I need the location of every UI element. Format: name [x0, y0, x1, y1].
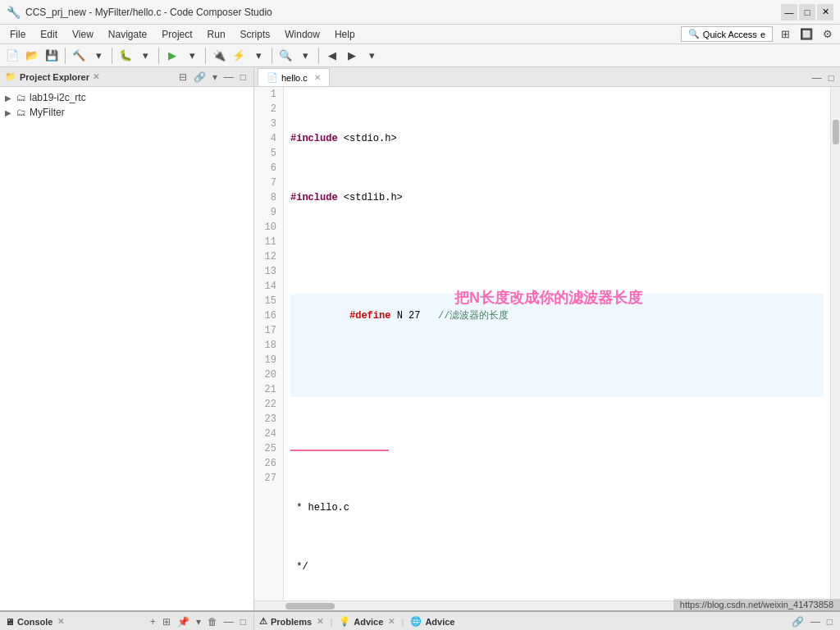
toolbar-separator-3 — [158, 48, 159, 64]
back-button[interactable]: ◀ — [323, 47, 341, 65]
advice-title-2: Advice — [425, 617, 454, 627]
problems-share-button[interactable]: 🔗 — [789, 615, 806, 628]
tab-label: hello.c — [281, 73, 308, 83]
maximize-button[interactable]: □ — [799, 4, 815, 21]
problems-panel-header: ⚠ Problems ✕ | 💡 Advice ✕ | 🌐 Advice 🔗 —… — [254, 612, 840, 630]
problems-header-buttons: 🔗 — □ — [789, 615, 835, 628]
search-icon: 🔍 — [688, 29, 700, 39]
project-icon-lab19: 🗂 — [16, 92, 26, 103]
toolbar-separator-6 — [318, 48, 319, 64]
project-explorer: 📁 Project Explorer ✕ ⊟ 🔗 ▾ — □ ▶ 🗂 lab19… — [0, 67, 254, 610]
debug-dropdown[interactable]: ▾ — [136, 47, 154, 65]
nav-dropdown[interactable]: ▾ — [363, 47, 381, 65]
menu-help[interactable]: Help — [328, 27, 362, 42]
quick-access-input[interactable]: 🔍 Quick Access e — [681, 26, 773, 42]
line-numbers: 12345 678910 1112131415 1617181920 21222… — [254, 87, 284, 600]
settings-button[interactable]: ⚙ — [819, 25, 837, 43]
console-pin-button[interactable]: 📌 — [175, 615, 192, 628]
editor-minimize-button[interactable]: — — [810, 71, 824, 84]
menu-edit[interactable]: Edit — [34, 27, 64, 42]
console-maximize-button[interactable]: □ — [238, 615, 249, 628]
console-header-left: 🖥 Console ✕ — [5, 617, 64, 627]
advice-close-icon-1[interactable]: ✕ — [388, 617, 395, 626]
build-button[interactable]: 🔨 — [70, 47, 88, 65]
console-minimize-button[interactable]: — — [221, 615, 236, 628]
target-connect-button[interactable]: 🔌 — [210, 47, 228, 65]
file-icon: 📄 — [267, 72, 278, 83]
close-button[interactable]: ✕ — [817, 4, 833, 21]
search-dropdown[interactable]: ▾ — [296, 47, 314, 65]
debug-button[interactable]: 🐛 — [116, 47, 135, 65]
menu-project[interactable]: Project — [155, 27, 199, 42]
problems-icon: ⚠ — [259, 616, 267, 627]
menu-scripts[interactable]: Scripts — [234, 27, 277, 42]
folder-icon: 📁 — [5, 71, 16, 82]
collapse-all-button[interactable]: ⊟ — [176, 71, 189, 84]
toolbar-separator-1 — [65, 48, 66, 64]
code-line-7: */ — [290, 559, 824, 574]
minimize-button[interactable]: — — [781, 4, 797, 21]
console-clear-button[interactable]: 🗑 — [205, 615, 220, 628]
console-icon: 🖥 — [5, 617, 14, 627]
bottom-area: 🖥 Console ✕ + ⊞ 📌 ▾ 🗑 — □ No consoles to… — [0, 610, 840, 630]
project-explorer-title: Project Explorer — [20, 72, 89, 82]
maximize-panel-button[interactable]: □ — [238, 71, 249, 84]
target-button[interactable]: ⚡ — [230, 47, 248, 65]
editor-tab-hello[interactable]: 📄 hello.c ✕ — [258, 68, 330, 86]
code-editor[interactable]: #include <stdio.h> #include <stdlib.h> #… — [284, 87, 830, 600]
target-dropdown[interactable]: ▾ — [249, 47, 267, 65]
view-menu-button[interactable]: ▾ — [210, 71, 220, 84]
expand-arrow-lab19: ▶ — [5, 94, 13, 103]
menu-navigate[interactable]: Navigate — [102, 27, 153, 42]
menu-window[interactable]: Window — [278, 27, 326, 42]
open-button[interactable]: 📂 — [23, 47, 41, 65]
console-panel: 🖥 Console ✕ + ⊞ 📌 ▾ 🗑 — □ No consoles to… — [0, 612, 254, 630]
tree-label-myfilter: MyFilter — [30, 107, 65, 118]
code-line-5 — [290, 441, 824, 456]
advice-title-1: Advice — [354, 617, 383, 627]
tree-item-lab19[interactable]: ▶ 🗂 lab19-i2c_rtc — [0, 90, 253, 105]
console-close-icon[interactable]: ✕ — [57, 617, 64, 626]
open-perspective-button[interactable]: ⊞ — [776, 25, 794, 43]
tree-label-lab19: lab19-i2c_rtc — [30, 92, 86, 103]
run-button[interactable]: ▶ — [163, 47, 181, 65]
minimize-panel-button[interactable]: — — [221, 71, 236, 84]
title-bar: 🔧 CCS_prj_new - MyFilter/hello.c - Code … — [0, 0, 840, 25]
watermark: https://blog.csdn.net/weixin_41473858 — [673, 599, 840, 610]
console-panel-header: 🖥 Console ✕ + ⊞ 📌 ▾ 🗑 — □ — [0, 612, 253, 630]
console-dropdown-button[interactable]: ▾ — [194, 615, 203, 628]
toolbar-separator-2 — [112, 48, 112, 64]
close-tab-button[interactable]: ✕ — [314, 73, 321, 82]
problems-close-icon[interactable]: ✕ — [317, 617, 323, 626]
menu-run[interactable]: Run — [201, 27, 232, 42]
editor-tab-bar: 📄 hello.c ✕ — □ — [254, 67, 840, 87]
title-bar-left: 🔧 CCS_prj_new - MyFilter/hello.c - Code … — [7, 6, 272, 19]
h-scrollbar-thumb[interactable] — [285, 603, 335, 609]
build-dropdown[interactable]: ▾ — [89, 47, 107, 65]
menu-bar: File Edit View Navigate Project Run Scri… — [0, 25, 840, 44]
console-new-button[interactable]: + — [148, 615, 158, 628]
run-dropdown[interactable]: ▾ — [183, 47, 201, 65]
menu-view[interactable]: View — [66, 27, 100, 42]
problems-header-left: ⚠ Problems ✕ | 💡 Advice ✕ | 🌐 Advice — [259, 616, 454, 627]
project-explorer-header: 📁 Project Explorer ✕ ⊟ 🔗 ▾ — □ — [0, 67, 253, 87]
search-button[interactable]: 🔍 — [276, 47, 294, 65]
window-controls: — □ ✕ — [781, 4, 833, 21]
save-button[interactable]: 💾 — [43, 47, 61, 65]
expand-arrow-myfilter: ▶ — [5, 108, 13, 117]
console-layout-button[interactable]: ⊞ — [160, 615, 173, 628]
editor-maximize-button[interactable]: □ — [826, 71, 837, 84]
problems-minimize-button[interactable]: — — [808, 615, 823, 628]
panel-header-buttons: ⊟ 🔗 ▾ — □ — [176, 71, 249, 84]
close-tab-icon[interactable]: ✕ — [93, 72, 99, 81]
link-with-editor-button[interactable]: 🔗 — [191, 71, 208, 84]
tree-item-myfilter[interactable]: ▶ 🗂 MyFilter — [0, 105, 253, 120]
vertical-scrollbar[interactable] — [830, 87, 840, 600]
menu-file[interactable]: File — [3, 27, 32, 42]
lightbulb-icon: 💡 — [339, 616, 350, 627]
perspective-button[interactable]: 🔲 — [797, 25, 815, 43]
forward-button[interactable]: ▶ — [343, 47, 361, 65]
new-button[interactable]: 📄 — [3, 47, 21, 65]
problems-maximize-button[interactable]: □ — [824, 615, 835, 628]
panel-header-left: 📁 Project Explorer ✕ — [5, 71, 99, 82]
